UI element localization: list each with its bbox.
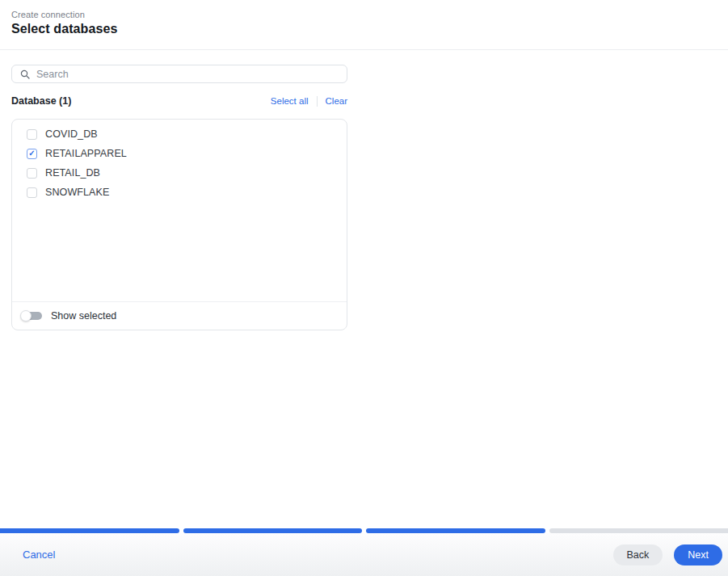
toggle-thumb xyxy=(20,310,32,322)
link-divider xyxy=(317,96,318,107)
cancel-link[interactable]: Cancel xyxy=(23,549,55,561)
search-input[interactable] xyxy=(36,69,339,80)
database-name: SNOWFLAKE xyxy=(45,187,109,198)
database-checkbox[interactable]: ✓ xyxy=(27,168,37,179)
database-name: COVID_DB xyxy=(45,128,98,140)
database-rows: ✓ COVID_DB ✓ RETAILAPPAREL ✓ RETAIL_DB ✓… xyxy=(12,120,347,301)
select-all-link[interactable]: Select all xyxy=(271,96,309,106)
show-selected-row: Show selected xyxy=(12,301,347,330)
database-list-box: ✓ COVID_DB ✓ RETAILAPPAREL ✓ RETAIL_DB ✓… xyxy=(11,119,347,330)
database-row[interactable]: ✓ RETAIL_DB xyxy=(12,163,347,183)
breadcrumb: Create connection xyxy=(11,10,717,19)
database-row[interactable]: ✓ RETAILAPPAREL xyxy=(12,144,347,163)
database-selection-panel: Database (1) Select all Clear ✓ COVID_DB… xyxy=(11,65,347,330)
database-row[interactable]: ✓ SNOWFLAKE xyxy=(12,183,347,202)
back-button[interactable]: Back xyxy=(613,544,663,565)
wizard-footer: Cancel Back Next xyxy=(0,533,728,576)
database-list-header: Database (1) Select all Clear xyxy=(11,95,347,107)
database-checkbox[interactable]: ✓ xyxy=(27,129,37,140)
database-row[interactable]: ✓ COVID_DB xyxy=(12,124,347,144)
search-icon xyxy=(20,69,30,79)
database-checkbox[interactable]: ✓ xyxy=(27,149,37,159)
show-selected-label: Show selected xyxy=(51,310,116,322)
database-name: RETAIL_DB xyxy=(45,167,100,179)
search-box[interactable] xyxy=(11,65,347,83)
database-checkbox[interactable]: ✓ xyxy=(27,187,37,198)
clear-link[interactable]: Clear xyxy=(326,96,347,106)
page-header: Create connection Select databases xyxy=(0,0,728,50)
next-button[interactable]: Next xyxy=(674,544,722,565)
database-count-label: Database (1) xyxy=(11,95,71,107)
page-title: Select databases xyxy=(11,22,717,36)
checkmark-icon: ✓ xyxy=(28,149,35,158)
show-selected-toggle[interactable] xyxy=(20,310,42,322)
database-name: RETAILAPPAREL xyxy=(45,148,127,159)
